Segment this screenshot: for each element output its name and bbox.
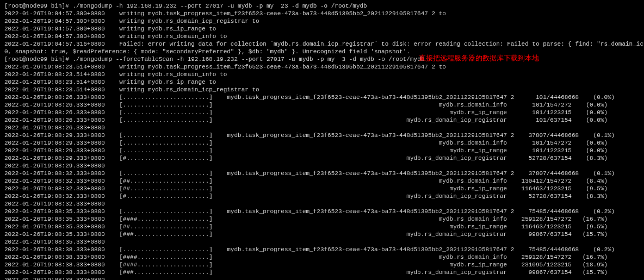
terminal-line: 2022-01-26T19:08:35.333+0800 [##........… — [4, 223, 640, 231]
terminal-line: 2022-01-26T19:08:32.333+0800 [##........… — [4, 177, 640, 185]
terminal-line: 2022-01-26T19:04:57.300+0800 writing myd… — [4, 25, 640, 33]
terminal-line: 2022-01-26T19:08:32.333+0800 — [4, 200, 640, 208]
terminal-line: 2022-01-26T19:04:57.300+0800 writing myd… — [4, 17, 640, 25]
terminal-line: 2022-01-26T19:08:29.333+0800 — [4, 162, 640, 170]
terminal-line: 2022-01-26T19:08:29.333+0800 [..........… — [4, 132, 640, 139]
terminal-line: 0, snapshot: true, $readPreference: { mo… — [4, 48, 640, 55]
terminal-line: 2022-01-26T19:04:57.316+0800 Failed: err… — [4, 40, 640, 48]
shell-prompt: [root@node99 bin]# — [4, 56, 72, 63]
terminal-line: 2022-01-26T19:08:35.333+0800 [####......… — [4, 215, 640, 223]
terminal-line: 2022-01-26T19:08:32.333+0800 [..........… — [4, 170, 640, 177]
terminal-line: [root@node99 bin]# ./mongodump -h 192.16… — [4, 2, 640, 10]
terminal-line: 2022-01-26T19:08:26.333+0800 — [4, 124, 640, 132]
terminal-line: 2022-01-26T19:08:32.333+0800 [#.........… — [4, 192, 640, 200]
terminal-line: 2022-01-26T19:08:23.514+0800 writing myd… — [4, 63, 640, 71]
terminal-line: 2022-01-26T19:08:38.333+0800 [###.......… — [4, 269, 640, 276]
terminal-line: 2022-01-26T19:08:26.333+0800 [..........… — [4, 94, 640, 101]
terminal-line: 2022-01-26T19:08:38.333+0800 [..........… — [4, 246, 640, 253]
terminal-line: 2022-01-26T19:08:23.514+0800 writing myd… — [4, 86, 640, 94]
terminal-line: 2022-01-26T19:08:29.333+0800 [#.........… — [4, 154, 640, 162]
terminal-line: 2022-01-26T19:08:23.514+0800 writing myd… — [4, 78, 640, 86]
terminal-line: 2022-01-26T19:08:35.333+0800 — [4, 238, 640, 246]
terminal-line: 2022-01-26T19:08:26.333+0800 [..........… — [4, 109, 640, 116]
terminal-line: 2022-01-26T19:08:35.333+0800 [..........… — [4, 208, 640, 215]
terminal-line: 2022-01-26T19:04:57.300+0800 writing myd… — [4, 10, 640, 17]
terminal-line: 2022-01-26T19:08:38.333+0800 [####......… — [4, 261, 640, 269]
terminal-line: 2022-01-26T19:08:26.333+0800 [..........… — [4, 101, 640, 109]
terminal-line: 2022-01-26T19:08:38.333+0800 — [4, 276, 640, 280]
terminal-line: [root@node99 bin]# ./mongodump --forceTa… — [4, 55, 640, 63]
terminal-line: 2022-01-26T19:08:35.333+0800 [###.......… — [4, 231, 640, 238]
terminal-line: 2022-01-26T19:04:57.300+0800 writing myd… — [4, 33, 640, 40]
terminal-line: 2022-01-26T19:08:29.333+0800 [..........… — [4, 147, 640, 154]
terminal-line: 2022-01-26T19:08:23.514+0800 writing myd… — [4, 71, 640, 78]
shell-prompt: [root@node99 bin]# — [4, 3, 72, 9]
terminal-line: 2022-01-26T19:08:29.333+0800 [..........… — [4, 139, 640, 147]
terminal-line: 2022-01-26T19:08:32.333+0800 [##........… — [4, 185, 640, 192]
terminal-output: [root@node99 bin]# ./mongodump -h 192.16… — [4, 2, 640, 280]
annotation-text: 直接把远程服务器的数据库下载到本地 — [419, 54, 539, 62]
terminal-line: 2022-01-26T19:08:26.333+0800 [..........… — [4, 116, 640, 124]
terminal-line: 2022-01-26T19:08:38.333+0800 [####......… — [4, 253, 640, 261]
